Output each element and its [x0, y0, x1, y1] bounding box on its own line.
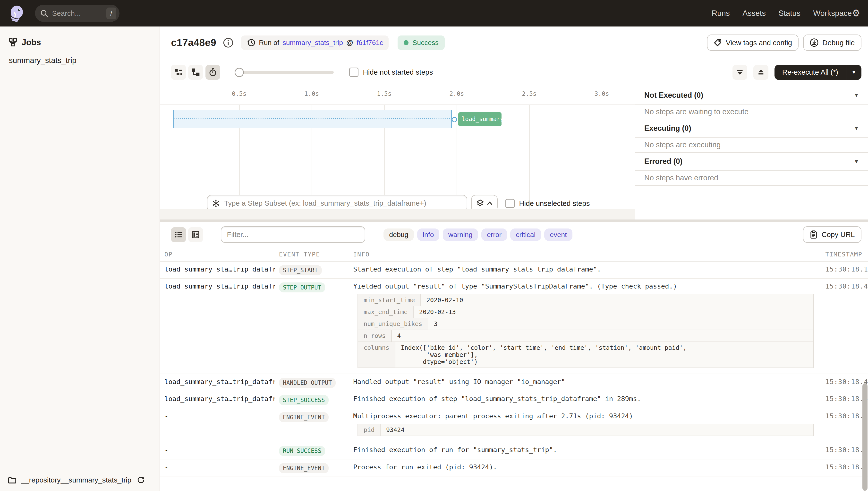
log-level-chip-critical[interactable]: critical — [510, 229, 541, 241]
eject-button[interactable] — [753, 65, 768, 80]
log-row[interactable]: load_summary_sta…trip_dataframeSTEP_STAR… — [160, 262, 868, 279]
log-row[interactable]: load_summary_sta…trip_dataframeSTEP_SUCC… — [160, 391, 868, 409]
log-row[interactable]: -RUN_SUCCESSFinished execution of run fo… — [160, 442, 868, 459]
global-search-box[interactable]: Search... / — [35, 5, 120, 22]
folder-icon — [8, 476, 17, 484]
filter-runs-button[interactable] — [733, 65, 748, 80]
timestamp-cell: 15:30:18.152 — [821, 262, 868, 278]
sidebar-item-job[interactable]: summary_stats_trip — [0, 47, 160, 65]
slider-knob[interactable] — [235, 68, 244, 77]
jobs-icon — [9, 38, 17, 47]
gantt-zoom-slider[interactable] — [235, 68, 334, 77]
metadata-row: num_unique_bikes3 — [358, 318, 814, 330]
flat-view-button[interactable] — [171, 65, 186, 80]
event-type-badge: ENGINE_EVENT — [279, 412, 329, 423]
step-subset-input[interactable] — [207, 195, 467, 211]
axis-gridline — [529, 105, 530, 209]
log-filter-input[interactable] — [221, 226, 365, 243]
op-cell: load_summary_sta…trip_dataframe — [160, 391, 275, 408]
log-level-chip-debug[interactable]: debug — [383, 229, 414, 241]
event-type-badge: HANDLED_OUTPUT — [279, 378, 336, 388]
log-row[interactable]: load_summary_sta…trip_dataframeHANDLED_O… — [160, 374, 868, 391]
info-cell: Finished execution of run for "summary_s… — [349, 442, 821, 459]
gantt-toolbar: Hide not started steps Re-execute All (*… — [160, 59, 868, 86]
checkbox-icon[interactable] — [505, 199, 515, 208]
metadata-value: 2020-02-10 — [421, 294, 468, 306]
chevron-down-icon[interactable]: ▼ — [854, 92, 859, 98]
timed-view-button[interactable] — [206, 65, 220, 80]
panel-section-header[interactable]: Errored (0)▼ — [636, 153, 868, 171]
metadata-row: min_start_time2020-02-10 — [358, 294, 814, 306]
axis-tick-label: 2.0s — [440, 90, 473, 97]
debug-file-label: Debug file — [822, 39, 855, 47]
metadata-row: columnsIndex(['bike_id', 'color', 'start… — [358, 342, 814, 368]
run-job-link[interactable]: summary_stats_trip — [283, 39, 343, 47]
run-of-tag: Run of summary_stats_trip @ f61f761c — [241, 35, 389, 50]
run-version-link[interactable]: f61f761c — [356, 39, 383, 47]
reexecute-dropdown-caret[interactable]: ▼ — [846, 65, 862, 80]
search-shortcut-key: / — [106, 7, 116, 19]
slider-track — [235, 71, 334, 74]
log-structured-view-button[interactable] — [188, 227, 203, 242]
axis-tick-label: 0.5s — [222, 90, 256, 97]
debug-file-button[interactable]: Debug file — [803, 34, 862, 51]
panel-section-header[interactable]: Executing (0)▼ — [636, 119, 868, 138]
graph-query-toggle-button[interactable] — [471, 195, 498, 211]
log-level-chip-event[interactable]: event — [544, 229, 572, 241]
run-of-prefix: Run of — [259, 39, 279, 47]
panel-section-empty-text: No steps have errored — [636, 171, 868, 186]
info-text: Yielded output "result" of type "Summary… — [353, 283, 810, 290]
event-type-badge: STEP_SUCCESS — [279, 395, 329, 405]
axis-tick-label: 2.5s — [513, 90, 546, 97]
chevron-down-icon[interactable]: ▼ — [854, 125, 859, 132]
gantt-section: 0.5s1.0s1.5s2.0s2.5s3.0s load_summary_st… — [160, 86, 868, 220]
settings-gear-icon[interactable]: ⚙ — [852, 8, 860, 18]
nav-link-assets[interactable]: Assets — [742, 9, 766, 18]
log-row[interactable]: load_summary_sta…trip_dataframeSTEP_OUTP… — [160, 279, 868, 374]
event-type-badge: ENGINE_EVENT — [279, 463, 329, 473]
run-header: c17a48e9 Run of summary_stats_trip @ f61… — [160, 27, 868, 59]
view-tags-config-button[interactable]: View tags and config — [707, 34, 799, 51]
run-info-icon[interactable] — [223, 37, 234, 48]
run-at-separator: @ — [346, 39, 353, 47]
metadata-key: num_unique_bikes — [358, 318, 428, 329]
metadata-table: pid93424 — [358, 424, 810, 436]
reload-repository-icon[interactable] — [137, 476, 145, 484]
panel-section-empty-text: No steps are waiting to execute — [636, 105, 868, 119]
log-list-view-button[interactable] — [171, 227, 186, 242]
log-level-chip-warning[interactable]: warning — [443, 229, 478, 241]
vertical-scrollbar[interactable] — [862, 383, 868, 491]
success-dot-icon — [404, 40, 409, 45]
event-type-badge: STEP_OUTPUT — [279, 283, 325, 293]
hide-not-started-checkbox[interactable]: Hide not started steps — [349, 67, 433, 77]
metadata-key: pid — [358, 424, 380, 436]
nav-link-runs[interactable]: Runs — [712, 9, 730, 18]
dependency-node-icon — [452, 117, 457, 122]
run-status-badge: Success — [398, 35, 445, 50]
panel-section-header[interactable]: Not Executed (0)▼ — [636, 86, 868, 105]
info-cell: Handled output "result" using IO manager… — [349, 374, 821, 391]
hide-unselected-checkbox[interactable]: Hide unselected steps — [505, 199, 590, 208]
log-level-chip-error[interactable]: error — [482, 229, 507, 241]
log-row[interactable]: -ENGINE_EVENTMultiprocess executor: pare… — [160, 408, 868, 442]
run-id: c17a48e9 — [171, 37, 216, 48]
timestamp-cell: 15:30:18.895 — [821, 408, 868, 442]
op-cell: - — [160, 442, 275, 459]
chevron-down-icon[interactable]: ▼ — [854, 158, 859, 165]
log-level-chip-info[interactable]: info — [417, 229, 440, 241]
copy-url-button[interactable]: Copy URL — [803, 226, 862, 243]
panel-section-title: Executing (0) — [644, 124, 691, 133]
run-status-label: Success — [412, 39, 439, 47]
gantt-step-box[interactable]: load_summary_stats_trip_dataframe — [458, 112, 501, 126]
checkbox-icon[interactable] — [349, 67, 359, 77]
dagster-logo-icon[interactable] — [8, 5, 25, 22]
tag-icon — [714, 38, 722, 47]
reexecute-all-button[interactable]: Re-execute All (*) — [775, 65, 846, 80]
nav-link-workspace[interactable]: Workspace — [813, 9, 852, 18]
log-table-rows: load_summary_sta…trip_dataframeSTEP_STAR… — [160, 262, 868, 476]
clipboard-icon — [809, 230, 818, 239]
log-row[interactable]: -ENGINE_EVENTProcess for run exited (pid… — [160, 459, 868, 476]
waterfall-view-button[interactable] — [188, 65, 203, 80]
log-table-header: OPEVENT TYPEINFOTIMESTAMP — [160, 248, 868, 262]
nav-link-status[interactable]: Status — [778, 9, 800, 18]
